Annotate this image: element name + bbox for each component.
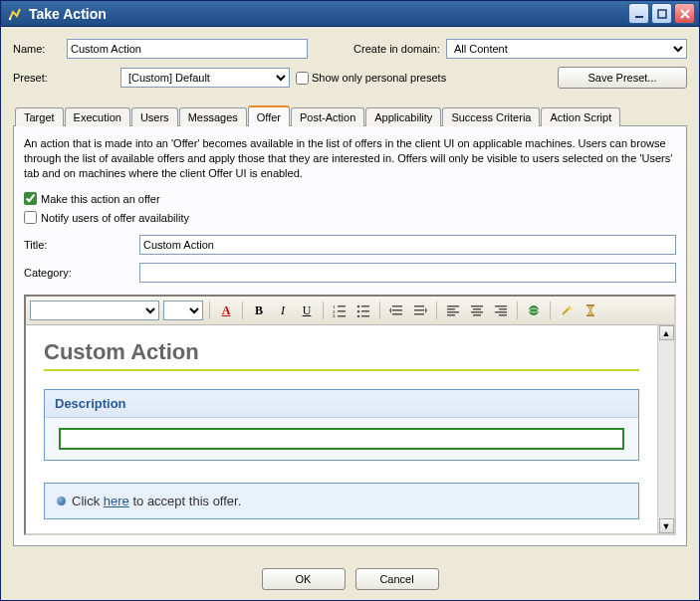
tab-action-script[interactable]: Action Script (541, 107, 620, 126)
show-personal-presets[interactable]: Show only personal presets (296, 72, 446, 85)
accept-link[interactable]: here (104, 494, 129, 508)
tab-applicability[interactable]: Applicability (365, 107, 441, 126)
close-button[interactable] (674, 3, 695, 24)
footer: OK Cancel (1, 558, 699, 600)
separator (517, 301, 518, 319)
svg-text:3: 3 (333, 313, 336, 317)
tab-offer[interactable]: Offer (248, 105, 290, 126)
indent-button[interactable] (410, 300, 430, 320)
cancel-button[interactable]: Cancel (355, 568, 439, 590)
preset-label: Preset: (13, 72, 61, 84)
window-title: Take Action (29, 6, 628, 22)
svg-rect-28 (473, 314, 481, 316)
tabstrip: Target Execution Users Messages Offer Po… (13, 104, 687, 125)
svg-point-33 (529, 305, 539, 315)
title-row: Title: (24, 235, 676, 255)
preset-select[interactable]: [Custom] Default (120, 68, 290, 88)
svg-rect-32 (499, 314, 507, 316)
tab-target[interactable]: Target (15, 107, 64, 126)
description-field[interactable] (59, 428, 624, 450)
separator (323, 301, 324, 319)
tab-success-criteria[interactable]: Success Criteria (442, 107, 540, 126)
separator (379, 301, 380, 319)
maximize-button[interactable] (651, 3, 672, 24)
offer-help-text: An action that is made into an 'Offer' b… (24, 136, 676, 181)
tab-execution[interactable]: Execution (65, 107, 130, 126)
tab-messages[interactable]: Messages (179, 107, 247, 126)
description-header: Description (45, 390, 638, 418)
scroll-down-button[interactable]: ▼ (659, 518, 674, 533)
svg-rect-22 (447, 308, 455, 310)
wand-button[interactable] (557, 300, 577, 320)
svg-rect-4 (338, 305, 346, 307)
font-family-select[interactable] (30, 300, 159, 320)
svg-rect-23 (447, 311, 459, 313)
vertical-scrollbar[interactable]: ▲ ▼ (657, 325, 674, 533)
preset-row: Preset: [Custom] Default Show only perso… (13, 67, 687, 89)
separator (209, 301, 210, 319)
tab-post-action[interactable]: Post-Action (291, 107, 364, 126)
make-offer-checkbox[interactable] (24, 192, 37, 205)
svg-rect-27 (471, 311, 483, 313)
show-personal-checkbox[interactable] (296, 72, 309, 85)
offer-panel: An action that is made into an 'Offer' b… (13, 125, 687, 546)
svg-point-13 (357, 315, 360, 317)
title-input[interactable] (139, 235, 676, 255)
minimize-button[interactable] (628, 3, 649, 24)
align-right-button[interactable] (491, 300, 511, 320)
svg-rect-21 (447, 305, 459, 307)
svg-rect-1 (635, 16, 643, 18)
align-center-button[interactable] (467, 300, 487, 320)
svg-point-11 (357, 310, 360, 313)
notify-row[interactable]: Notify users of offer availability (24, 211, 676, 224)
svg-rect-31 (495, 311, 507, 313)
ok-button[interactable]: OK (262, 568, 346, 590)
svg-rect-29 (495, 305, 507, 307)
notify-checkbox[interactable] (24, 211, 37, 224)
svg-rect-10 (361, 305, 369, 307)
svg-point-9 (357, 305, 360, 308)
title-label: Title: (24, 239, 133, 251)
domain-select[interactable]: All Content (446, 39, 687, 59)
hyperlink-button[interactable] (524, 300, 544, 320)
hourglass-button[interactable] (581, 300, 600, 320)
svg-rect-12 (361, 310, 369, 312)
scroll-up-button[interactable]: ▲ (659, 325, 674, 340)
svg-rect-30 (499, 308, 507, 310)
take-action-window: Take Action Name: Create in domain: All … (0, 0, 700, 601)
description-box: Description (44, 389, 639, 461)
underline-button[interactable]: U (297, 300, 317, 320)
svg-rect-14 (361, 315, 369, 317)
separator (242, 301, 243, 319)
font-size-select[interactable] (163, 300, 203, 320)
unordered-list-button[interactable] (353, 300, 373, 320)
accept-suffix: to accept this offer. (129, 494, 242, 508)
italic-button[interactable]: I (273, 300, 293, 320)
category-input[interactable] (139, 263, 676, 283)
notify-label: Notify users of offer availability (41, 212, 189, 224)
svg-rect-24 (447, 314, 455, 316)
name-row: Name: Create in domain: All Content (13, 39, 687, 59)
svg-rect-16 (392, 309, 402, 311)
accept-box: Click here to accept this offer. (44, 483, 639, 519)
svg-rect-8 (338, 315, 346, 317)
name-input[interactable] (67, 39, 308, 59)
domain-label: Create in domain: (353, 43, 440, 55)
name-label: Name: (13, 43, 61, 55)
title-buttons (628, 3, 699, 24)
show-personal-label: Show only personal presets (312, 72, 446, 84)
ordered-list-button[interactable]: 123 (330, 300, 350, 320)
app-icon (7, 6, 23, 22)
svg-rect-25 (471, 305, 483, 307)
make-offer-row[interactable]: Make this action an offer (24, 192, 676, 205)
bold-button[interactable]: B (249, 300, 269, 320)
accept-prefix: Click (72, 494, 104, 508)
save-preset-button[interactable]: Save Preset... (558, 67, 687, 89)
outdent-button[interactable] (386, 300, 406, 320)
rich-document[interactable]: Custom Action Description Click here to … (26, 325, 657, 533)
svg-rect-19 (414, 309, 424, 311)
font-color-button[interactable]: A (216, 300, 236, 320)
rich-editor: A B I U 123 (24, 295, 676, 535)
tab-users[interactable]: Users (131, 107, 178, 126)
align-left-button[interactable] (443, 300, 463, 320)
